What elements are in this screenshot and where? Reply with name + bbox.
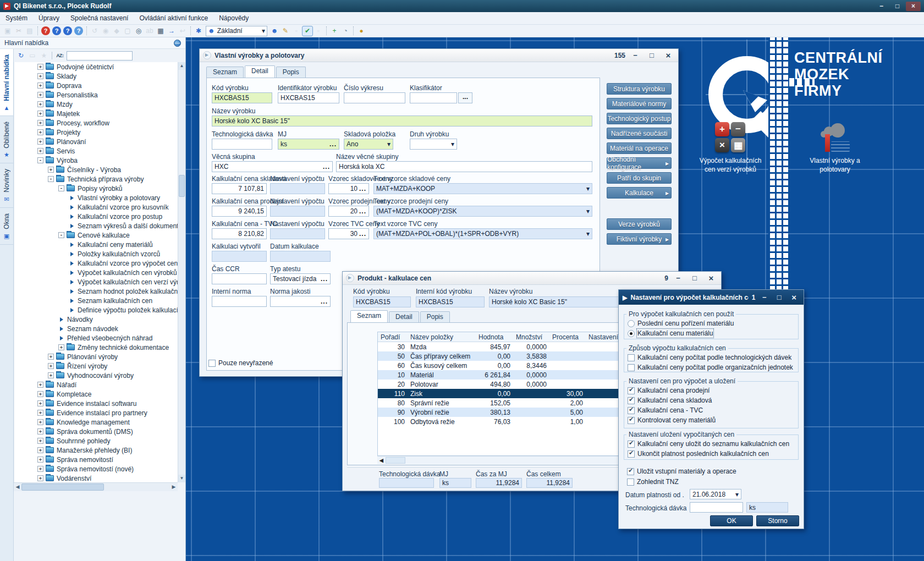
minimize-button[interactable]: −	[874, 2, 889, 11]
expand-toggle[interactable]: +	[37, 120, 43, 126]
expand-toggle[interactable]: +	[37, 419, 43, 425]
print-icon[interactable]: ▦	[155, 26, 166, 36]
expand-toggle[interactable]: +	[37, 410, 43, 416]
expand-toggle[interactable]: +	[37, 428, 43, 435]
tech-davka-field[interactable]	[379, 478, 434, 488]
storno-button[interactable]: Storno	[756, 515, 799, 526]
nastaveni-vypoctu-field[interactable]	[270, 183, 325, 194]
tab-seznam[interactable]: Seznam	[206, 67, 244, 78]
expand-toggle[interactable]: +	[37, 475, 43, 481]
expand-toggle[interactable]: +	[37, 64, 43, 70]
expand-toggle[interactable]: +	[37, 447, 43, 453]
typ-atestu-field[interactable]: Testovací jízda	[270, 273, 331, 284]
tab-seznam[interactable]: Seznam	[350, 310, 388, 322]
tree-item-seznam-v-kres-a-dal-dokumentace[interactable]: Seznam výkresů a další dokumentace	[14, 221, 178, 230]
ellipsis-button[interactable]	[321, 275, 328, 283]
help-whatsthis-icon[interactable]: ?	[52, 26, 61, 35]
dropdown-arrow-icon[interactable]	[586, 230, 590, 238]
ellipsis-button[interactable]	[329, 140, 337, 148]
checkbox-kalkula-n-ceny-ulo-it-do-seznamu-kalkula-n-ch-cen[interactable]: Kalkulační ceny uložit do seznamu kalkul…	[628, 439, 789, 448]
pat-do-skupin-button[interactable]: Patří do skupin	[607, 172, 672, 184]
checkbox-kalkula-n-cena-prodejn[interactable]: Kalkulační cena prodejní	[628, 386, 710, 395]
tree-item-kalkula-n-vzorce-pro-kusovn-k[interactable]: Kalkulační vzorce pro kusovník	[14, 202, 178, 212]
interni-norma-field[interactable]	[212, 296, 267, 307]
fiktivn-v-robky-button[interactable]: Fiktivní výrobky	[607, 233, 672, 245]
menu-item-n-pov-dy[interactable]: Nápovědy	[219, 14, 249, 22]
find-icon[interactable]: ◎	[133, 26, 144, 36]
cena-skladova-field[interactable]: 7 107,81	[212, 183, 267, 194]
tree-item-vyhodnocov-n-v-roby[interactable]: +Vyhodnocování výroby	[14, 371, 178, 380]
expand-toggle[interactable]: +	[37, 111, 43, 117]
text-vzorce-prodejni-select[interactable]: (MAT+MZDA+KOOP)*ZISK	[373, 206, 592, 217]
bell-icon[interactable]: ●	[356, 26, 367, 36]
mj-field[interactable]: ks	[439, 478, 471, 488]
column-header-n-zev-polo-ky[interactable]: Název položky	[408, 332, 476, 342]
close-button[interactable]: ×	[906, 2, 921, 11]
minimize-button[interactable]	[672, 273, 685, 283]
maximize-button[interactable]: □	[890, 2, 905, 11]
expand-toggle[interactable]: -	[58, 232, 64, 238]
cena-tvc-field[interactable]: 8 210,82	[212, 228, 267, 239]
menu-item-syst-m[interactable]: Systém	[6, 14, 28, 22]
materi-lov-normy-button[interactable]: Materiálové normy	[607, 98, 672, 109]
user-switch-icon[interactable]: ☻	[269, 26, 280, 36]
expand-toggle[interactable]: +	[37, 129, 43, 135]
tree-item-souhrnn-pohledy[interactable]: +Souhrnné pohledy	[14, 436, 178, 446]
factory-desktop-icon[interactable]	[818, 123, 853, 152]
cas-celkem-field[interactable]: 11,9284	[526, 478, 573, 488]
maximize-button[interactable]	[688, 273, 701, 283]
close-button[interactable]	[705, 273, 718, 283]
radio-posledn-cenu-po-zen-materi-lu[interactable]: Poslední cenu pořízení materiálu	[628, 319, 734, 328]
close-button[interactable]	[662, 51, 675, 60]
calc-prices-desktop-icon[interactable]: + − × ▦	[715, 122, 745, 152]
expand-toggle[interactable]: +	[48, 167, 54, 173]
kalkulace-button[interactable]: Kalkulace	[607, 187, 672, 199]
tree-item-seznam-n-vodek[interactable]: Seznam návodek	[14, 324, 178, 333]
dropdown-arrow-icon[interactable]	[451, 140, 454, 148]
tree-item-mzdy[interactable]: +Mzdy	[14, 100, 178, 109]
nazev-vyrobku-field[interactable]: Horské kolo XC Basic 15"	[212, 116, 592, 127]
tree-item-zm-ny-technick-dokumentace[interactable]: +Změny technické dokumentace	[14, 343, 178, 352]
expand-toggle[interactable]: +	[37, 391, 43, 397]
expand-toggle[interactable]: +	[48, 363, 54, 369]
expand-toggle[interactable]: +	[37, 82, 43, 89]
checkbox-kalkula-n-cena-tvc[interactable]: Kalkulační cena - TVC	[628, 406, 703, 415]
expand-toggle[interactable]: +	[58, 344, 64, 350]
obchodn-konfigurace-button[interactable]: Obchodní konfigurace	[607, 157, 672, 169]
tree-item-knowledge-management[interactable]: +Knowledge management	[14, 417, 178, 427]
tree-item-pl-nov-n[interactable]: +Plánování	[14, 137, 178, 146]
expand-toggle[interactable]: +	[37, 73, 43, 79]
skladova-polozka-select[interactable]: Ano	[344, 139, 393, 150]
minimize-button[interactable]	[629, 51, 642, 60]
tree-item-v-po-et-kalkula-n-ch-cen-verz-v-robk[interactable]: Výpočet kalkulačních cen verzí výrobků	[14, 277, 178, 287]
radio-kalkula-n-cenu-materi-lu[interactable]: Kalkulační cenu materiálu	[628, 329, 713, 338]
tree-item-zen-v-roby[interactable]: +Řízení výroby	[14, 361, 178, 371]
cas-za-mj-field[interactable]: 11,9284	[476, 478, 522, 488]
column-header-procenta[interactable]: Procenta	[549, 332, 586, 342]
tab-detail[interactable]: Detail	[245, 65, 275, 78]
nastaveni-vypoctu-field[interactable]	[270, 206, 325, 217]
tree-item-pl-nov-n-v-roby[interactable]: +Plánování výroby	[14, 352, 178, 361]
tree-item-vlastn-v-robky-a-polotovary[interactable]: Vlastní výrobky a polotovary	[14, 193, 178, 202]
search-input[interactable]	[67, 51, 133, 61]
tree-item-seznam-hodnot-polo-ek-kalkula-n-ch[interactable]: Seznam hodnot položek kalkulačních	[14, 287, 178, 296]
tree-item-vod-renstv[interactable]: +Vodárenství	[14, 474, 178, 482]
vzorec-skladove-field[interactable]: 10	[328, 183, 369, 194]
sidebar-tab-hlavn-nab-dka[interactable]: Hlavní nabídka▲	[0, 49, 13, 116]
tree-item-spr-va-dokument-dms[interactable]: +Správa dokumentů (DMS)	[14, 427, 178, 436]
scroll-down-arrow[interactable]: ▼	[178, 475, 185, 482]
tree-item-podvojn-etnictv[interactable]: +Podvojné účetnictví	[14, 62, 178, 72]
menu-item-spole-n-nastaven[interactable]: Společná nastavení	[70, 14, 128, 22]
expand-toggle[interactable]: +	[37, 92, 43, 98]
text-vzorce-skladove-select[interactable]: MAT+MZDA+KOOP	[373, 183, 592, 194]
tree-item-projekty[interactable]: +Projekty	[14, 128, 178, 137]
expand-toggle[interactable]: +	[37, 438, 43, 444]
tree-item-spr-va-nemovitost-nov[interactable]: +Správa nemovitostí (nové)	[14, 464, 178, 474]
sort-az-icon[interactable]: AZ↕	[55, 51, 65, 61]
active-function-icon[interactable]: ✔	[302, 26, 313, 36]
checkbox-ukon-it-platnost-posledn-ch-kalkula-n-ch-cen[interactable]: Ukončit platnost posledních kalkulačních…	[628, 449, 769, 458]
technologick-postup-button[interactable]: Technologický postup	[607, 113, 672, 124]
kod-vyrobku-field[interactable]: HXCBAS15	[353, 296, 411, 307]
tree-item-seznam-kalkula-n-ch-cen[interactable]: Seznam kalkulačních cen	[14, 296, 178, 305]
scroll-thumb[interactable]	[179, 175, 185, 197]
